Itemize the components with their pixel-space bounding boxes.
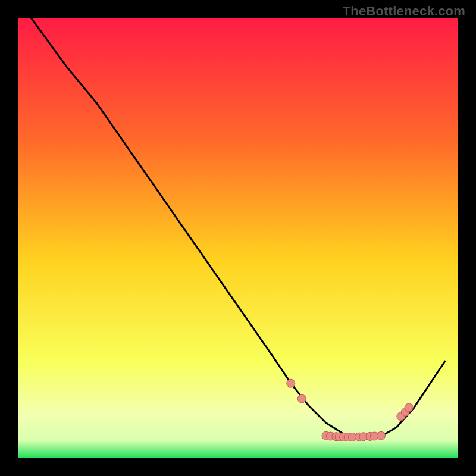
curve-marker [298,394,306,403]
curve-marker [405,403,413,412]
gradient-fill [18,18,458,458]
chart-svg [18,18,458,458]
curve-marker [287,379,295,387]
plot-area [18,18,458,458]
watermark-text: TheBottleneck.com [343,4,465,19]
curve-marker [377,431,386,440]
chart-stage: TheBottleneck.com [0,0,476,476]
